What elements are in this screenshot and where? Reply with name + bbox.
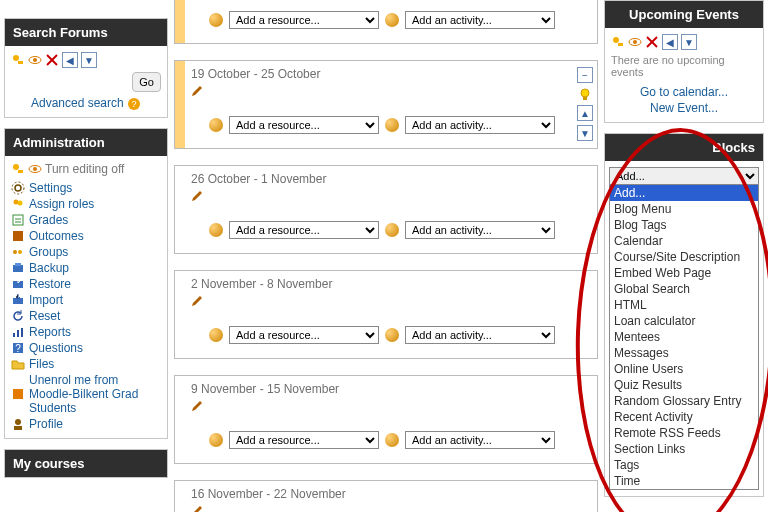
help-icon[interactable]: ?: [127, 97, 141, 111]
week-highlight-bar: [175, 61, 185, 148]
add-activity-select[interactable]: Add an activity...: [405, 11, 555, 29]
block-option[interactable]: Tags: [610, 457, 758, 473]
my-courses-title: My courses: [5, 450, 167, 477]
role-icon[interactable]: [611, 35, 625, 49]
admin-item-files[interactable]: Files: [11, 356, 161, 372]
block-option[interactable]: Calendar: [610, 233, 758, 249]
add-resource-select[interactable]: Add a resource...: [229, 11, 379, 29]
admin-item-profile[interactable]: Profile: [11, 416, 161, 432]
advanced-search-link[interactable]: Advanced search: [31, 96, 124, 110]
admin-item-label: Reset: [29, 309, 60, 323]
block-option[interactable]: Embed Web Page: [610, 265, 758, 281]
svg-point-8: [13, 164, 19, 170]
eye-icon[interactable]: [628, 35, 642, 49]
help-icon[interactable]: [385, 13, 399, 27]
add-block-dropdown[interactable]: Add...Blog MenuBlog TagsCalendarCourse/S…: [609, 185, 759, 490]
week-section: Add a resource...Add an activity...: [174, 0, 598, 44]
svg-point-34: [613, 37, 619, 43]
admin-item-label: Reports: [29, 325, 71, 339]
help-icon[interactable]: [209, 13, 223, 27]
block-option[interactable]: Random Glossary Entry: [610, 393, 758, 409]
admin-item-label: Restore: [29, 277, 71, 291]
minus-icon[interactable]: −: [577, 67, 593, 83]
admin-item-label: Assign roles: [29, 197, 94, 211]
help-icon[interactable]: [385, 433, 399, 447]
block-option[interactable]: Online Users: [610, 361, 758, 377]
role-icon[interactable]: [11, 53, 25, 67]
block-option[interactable]: Blog Menu: [610, 201, 758, 217]
upcoming-toolbar: ◀ ▼: [611, 34, 757, 50]
block-option[interactable]: Loan calculator: [610, 313, 758, 329]
help-icon[interactable]: [209, 433, 223, 447]
bulb-icon[interactable]: [578, 87, 592, 101]
admin-item-settings[interactable]: Settings: [11, 180, 161, 196]
move-down-icon[interactable]: ▼: [681, 34, 697, 50]
admin-item-reports[interactable]: Reports: [11, 324, 161, 340]
block-option[interactable]: Messages: [610, 345, 758, 361]
admin-item-unenrol[interactable]: Unenrol me from Moodle-Bilkent Grad Stud…: [11, 372, 161, 416]
admin-turn-editing-off[interactable]: Turn editing off: [45, 162, 124, 176]
help-icon[interactable]: [385, 118, 399, 132]
roles-icon: [11, 197, 25, 211]
admin-item-questions[interactable]: ?Questions: [11, 340, 161, 356]
add-activity-select[interactable]: Add an activity...: [405, 116, 555, 134]
block-option[interactable]: Blog Tags: [610, 217, 758, 233]
move-left-icon[interactable]: ◀: [662, 34, 678, 50]
admin-item-import[interactable]: Import: [11, 292, 161, 308]
help-icon[interactable]: [209, 223, 223, 237]
block-option[interactable]: Recent Activity: [610, 409, 758, 425]
admin-item-reset[interactable]: Reset: [11, 308, 161, 324]
go-to-calendar-link[interactable]: Go to calendar...: [611, 84, 757, 100]
new-event-link[interactable]: New Event...: [611, 100, 757, 116]
help-icon[interactable]: [385, 328, 399, 342]
backup-icon: [11, 261, 25, 275]
help-icon[interactable]: [385, 223, 399, 237]
move-down-icon[interactable]: ▼: [81, 52, 97, 68]
block-option[interactable]: Mentees: [610, 329, 758, 345]
eye-icon[interactable]: [28, 162, 42, 176]
block-option[interactable]: Add...: [610, 185, 758, 201]
admin-item-assign-roles[interactable]: Assign roles: [11, 196, 161, 212]
help-icon[interactable]: [209, 328, 223, 342]
admin-item-outcomes[interactable]: Outcomes: [11, 228, 161, 244]
admin-item-label: Import: [29, 293, 63, 307]
arrow-down-icon[interactable]: ▼: [577, 125, 593, 141]
move-left-icon[interactable]: ◀: [62, 52, 78, 68]
admin-item-grades[interactable]: Grades: [11, 212, 161, 228]
block-option[interactable]: Remote RSS Feeds: [610, 425, 758, 441]
add-activity-select[interactable]: Add an activity...: [405, 221, 555, 239]
administration-title: Administration: [5, 129, 167, 156]
delete-icon[interactable]: [645, 35, 659, 49]
block-option[interactable]: Section Links: [610, 441, 758, 457]
add-resource-select[interactable]: Add a resource...: [229, 326, 379, 344]
add-resource-select[interactable]: Add a resource...: [229, 116, 379, 134]
block-option[interactable]: Course/Site Description: [610, 249, 758, 265]
edit-summary-icon[interactable]: [191, 295, 203, 307]
add-resource-select[interactable]: Add a resource...: [229, 221, 379, 239]
search-go-button[interactable]: Go: [132, 72, 161, 92]
add-resource-select[interactable]: Add a resource...: [229, 431, 379, 449]
add-activity-select[interactable]: Add an activity...: [405, 431, 555, 449]
week-date-label: 2 November - 8 November: [191, 277, 573, 291]
admin-item-restore[interactable]: Restore: [11, 276, 161, 292]
admin-item-backup[interactable]: Backup: [11, 260, 161, 276]
block-option[interactable]: HTML: [610, 297, 758, 313]
edit-summary-icon[interactable]: [191, 85, 203, 97]
help-icon[interactable]: [209, 118, 223, 132]
edit-summary-icon[interactable]: [191, 505, 203, 512]
admin-item-groups[interactable]: Groups: [11, 244, 161, 260]
delete-icon[interactable]: [45, 53, 59, 67]
role-icon[interactable]: [11, 162, 25, 176]
block-option[interactable]: Time: [610, 473, 758, 489]
eye-icon[interactable]: [28, 53, 42, 67]
edit-summary-icon[interactable]: [191, 190, 203, 202]
add-block-select[interactable]: Add...: [609, 167, 759, 185]
block-option[interactable]: Global Search: [610, 281, 758, 297]
block-option[interactable]: Quiz Results: [610, 377, 758, 393]
arrow-up-icon[interactable]: ▲: [577, 105, 593, 121]
svg-rect-21: [15, 263, 21, 266]
add-activity-select[interactable]: Add an activity...: [405, 326, 555, 344]
edit-summary-icon[interactable]: [191, 400, 203, 412]
upcoming-events-title: Upcoming Events: [605, 1, 763, 28]
profile-icon: [11, 417, 25, 431]
